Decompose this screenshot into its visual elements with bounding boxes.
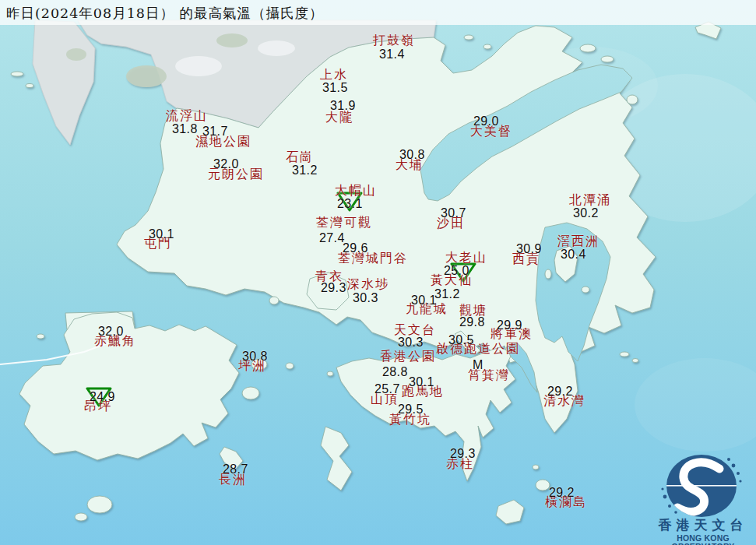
- station-max-temperature: 30.3: [353, 292, 378, 304]
- station-max-temperature: 28.7: [223, 463, 248, 476]
- station-max-temperature: 31.9: [330, 100, 356, 112]
- station-max-temperature: 30.8: [242, 350, 268, 363]
- station-max-temperature: 30.9: [516, 243, 542, 255]
- station-max-temperature: 31.4: [379, 48, 405, 61]
- station-max-temperature: 30.5: [448, 334, 474, 346]
- station-max-temperature: 32.0: [213, 158, 239, 171]
- station-max-temperature: 29.3: [321, 282, 346, 294]
- station-name: 黃大仙: [431, 274, 473, 287]
- station-name: 大帽山: [335, 185, 377, 197]
- station-max-temperature: 31.2: [434, 288, 460, 301]
- station-max-temperature: 30.8: [399, 149, 425, 161]
- station-max-temperature: 29.0: [473, 115, 499, 128]
- station-max-temperature: M: [473, 359, 483, 371]
- station-name: 打鼓嶺: [373, 34, 415, 47]
- station-max-temperature: 30.2: [573, 207, 599, 220]
- stations-layer: 打鼓嶺31.4上水31.5大隴31.9流浮山31.8濕地公園31.7元朗公園32…: [0, 0, 756, 545]
- station-name: 大老山: [445, 251, 487, 264]
- station-name: 北潭涌: [569, 194, 611, 206]
- station-max-temperature: 30.3: [398, 336, 424, 349]
- hko-logo: 香港天文台 HONG KONG OBSERVATORY: [652, 436, 754, 543]
- station-max-temperature: 30.1: [411, 294, 437, 307]
- station-max-temperature: 30.4: [561, 248, 586, 261]
- station-max-temperature: 29.5: [398, 403, 424, 416]
- station-max-temperature: 29.2: [547, 385, 573, 398]
- station-name: 深水埗: [347, 278, 389, 290]
- hko-logo-emblem: [652, 436, 754, 518]
- station-max-temperature: 25.7: [374, 383, 400, 396]
- station-name: 上水: [320, 69, 348, 81]
- station-max-temperature: 23.1: [337, 198, 363, 210]
- station-name: 荃灣可觀: [316, 216, 372, 229]
- station-max-temperature: 31.5: [322, 82, 348, 94]
- station-name: 石崗: [286, 151, 314, 164]
- station-max-temperature: 29.3: [450, 448, 476, 460]
- station-name: 大隴: [325, 111, 353, 124]
- station-max-temperature: 30.7: [441, 207, 466, 220]
- station-max-temperature: 31.7: [202, 125, 228, 138]
- station-max-temperature: 31.8: [172, 123, 198, 135]
- station-name: 流浮山: [166, 110, 208, 122]
- station-name: 香港公園: [380, 350, 436, 363]
- station-max-temperature: 29.8: [459, 316, 485, 329]
- weather-map-page: 昨日(2024年08月18日） 的最高氣溫（攝氏度） 打鼓嶺31.4上水31.5…: [0, 0, 756, 545]
- logo-english-name: HONG KONG OBSERVATORY: [648, 534, 756, 545]
- station-max-temperature: 31.2: [292, 164, 318, 177]
- station-max-temperature: 30.1: [409, 376, 434, 389]
- logo-chinese-name: 香港天文台: [652, 519, 754, 532]
- station-max-temperature: 29.9: [497, 319, 522, 332]
- station-max-temperature: 29.2: [549, 487, 575, 499]
- station-max-temperature: 32.0: [98, 325, 124, 338]
- station-name: 天文台: [394, 324, 436, 336]
- station-max-temperature: 28.8: [382, 366, 408, 378]
- station-max-temperature: 27.4: [319, 232, 345, 244]
- station-max-temperature: 24.9: [90, 391, 115, 403]
- station-max-temperature: 30.1: [149, 228, 174, 241]
- station-name: 滘西洲: [557, 235, 600, 248]
- station-max-temperature: 29.6: [343, 242, 368, 255]
